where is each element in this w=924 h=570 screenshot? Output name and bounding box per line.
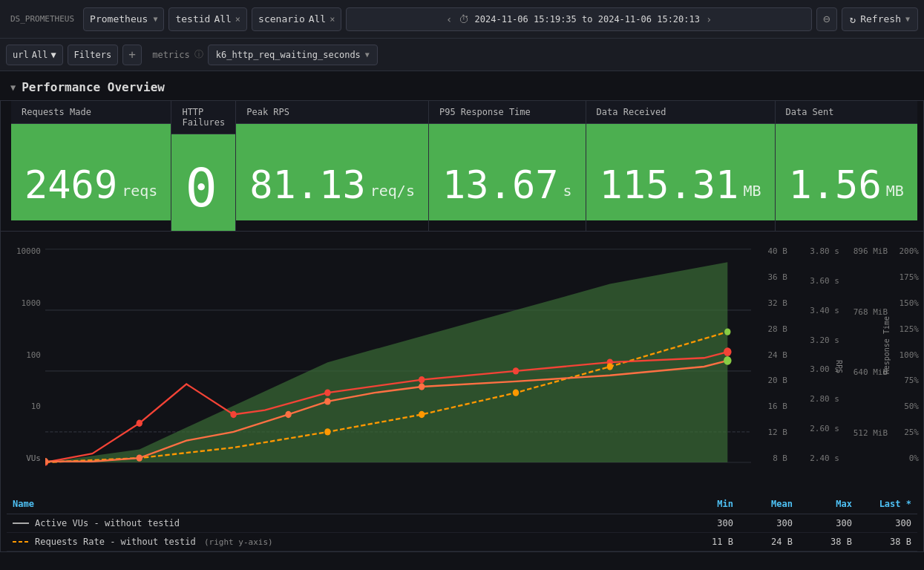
plus-icon: + (128, 48, 136, 62)
requests-made-header: Requests Made (11, 101, 171, 124)
datasource-value: Prometheus (90, 13, 148, 24)
top-toolbar: DS_PROMETHEUS Prometheus ▼ testid All × … (0, 0, 924, 39)
chart-section: 10000 1000 100 10 VUs (0, 232, 924, 552)
datapoint (419, 376, 425, 383)
y-left-title: VUs (26, 453, 41, 463)
vus-max: 300 (799, 518, 858, 528)
vus-min: 300 (680, 518, 739, 528)
data-sent-body: 1.56 MB (776, 124, 917, 220)
y-axis-right3: 896 MiB 768 MiB 640 MiB 512 MiB Response… (844, 240, 892, 493)
requests-made-card: Requests Made 2469 reqs (11, 101, 171, 231)
metrics-info-icon[interactable]: ⓘ (194, 48, 203, 61)
data-received-unit: MB (743, 182, 761, 200)
rps-label: RPS (834, 360, 842, 373)
rps-last: 38 B (858, 537, 917, 547)
y-axis-right4: 200% 175% 150% 125% 100% 75% 50% 25% 0% (892, 240, 923, 493)
datapoint (230, 411, 236, 418)
refresh-caret-icon: ▼ (905, 15, 910, 23)
datapoint (724, 347, 732, 356)
rps-min: 11 B (680, 537, 739, 547)
vus-mean: 300 (739, 518, 799, 528)
vus-indicator (13, 519, 29, 528)
datapoint-orange (419, 383, 425, 390)
data-sent-value: 1.56 (789, 166, 882, 204)
data-received-value: 115.31 (600, 166, 739, 204)
vus-line-indicator (13, 519, 29, 528)
legend-table: Name Min Mean Max Last * Active VUs - wi… (1, 494, 923, 551)
zoom-out-button[interactable]: ⊖ (816, 7, 837, 31)
metrics-dropdown[interactable]: k6_http_req_waiting_seconds ▼ (208, 45, 378, 65)
testid-label: testid (175, 13, 210, 24)
filters-button[interactable]: Filters (68, 45, 119, 65)
refresh-icon: ↻ (850, 13, 856, 25)
section-title: Performance Overview (22, 80, 165, 94)
datapoint (513, 367, 519, 374)
peak-rps-body: 81.13 req/s (236, 124, 428, 220)
peak-rps-card: Peak RPS 81.13 req/s (236, 101, 429, 231)
filter-toolbar: url All ▼ Filters + metrics ⓘ k6_http_re… (0, 39, 924, 71)
y-left-label-3: 1000 (22, 298, 42, 308)
filters-label: Filters (74, 50, 112, 60)
datapoint-orange (324, 398, 330, 404)
legend-col-last: Last * (858, 497, 917, 511)
data-received-card: Data Received 115.31 MB (586, 101, 776, 231)
rps-mean: 24 B (739, 537, 799, 547)
scenario-close-icon[interactable]: × (330, 14, 335, 24)
p95-response-time-card: P95 Response Time 13.67 s (429, 101, 586, 231)
vus-last: 300 (858, 518, 917, 528)
datapoint-rate (513, 389, 519, 396)
vus-series-name: Active VUs - without testid (35, 518, 680, 528)
peak-rps-value: 81.13 (249, 166, 366, 204)
chart-plot-area: 15:19:35 15:19:40 15:19:45 15:19:50 15:1… (45, 240, 751, 493)
datapoint-rate (419, 411, 425, 418)
scenario-value: All (309, 13, 326, 24)
legend-row-rps: Requests Rate - without testid (right y-… (7, 533, 917, 551)
url-label: url (13, 50, 29, 60)
y-left-label-1: 10 (31, 402, 41, 411)
requests-made-unit: reqs (122, 182, 157, 200)
datapoint-orange (285, 411, 291, 418)
peak-rps-header: Peak RPS (236, 101, 428, 124)
section-header: ▼ Performance Overview (0, 71, 924, 100)
http-failures-card: HTTP Failures 0 (171, 101, 236, 231)
url-filter[interactable]: url All ▼ (6, 45, 63, 65)
scenario-pill[interactable]: scenario All × (252, 7, 341, 31)
time-range-value: 2024-11-06 15:19:35 to 2024-11-06 15:20:… (475, 14, 700, 24)
http-failures-body: 0 (171, 134, 235, 231)
chart-svg (45, 240, 751, 493)
add-filter-button[interactable]: + (122, 45, 142, 65)
datapoint-rate (324, 428, 330, 435)
datasource-dropdown[interactable]: Prometheus ▼ (83, 7, 164, 31)
http-failures-value: 0 (185, 161, 217, 214)
datapoint-rate (724, 328, 730, 335)
data-received-header: Data Received (586, 101, 775, 124)
time-prev-icon[interactable]: ‹ (446, 13, 452, 25)
p95-response-time-unit: s (563, 182, 572, 200)
zoom-out-icon: ⊖ (823, 12, 830, 26)
y-left-label-2: 100 (26, 350, 41, 360)
metrics-value: k6_http_req_waiting_seconds (216, 50, 361, 60)
datapoint (324, 389, 330, 396)
testid-close-icon[interactable]: × (235, 14, 240, 24)
testid-value: All (214, 13, 231, 24)
datapoint-orange (724, 356, 732, 365)
testid-pill[interactable]: testid All × (168, 7, 247, 31)
time-range-picker[interactable]: ‹ ⏱ 2024-11-06 15:19:35 to 2024-11-06 15… (346, 7, 812, 31)
y-axis-right2: 3.80 s 3.60 s 3.40 s 3.20 s 3.00 s 2.80 … (792, 240, 844, 493)
time-next-icon[interactable]: › (706, 13, 712, 25)
data-received-body: 115.31 MB (586, 124, 775, 220)
collapse-icon[interactable]: ▼ (10, 82, 16, 93)
datasource-chevron: ▼ (153, 15, 157, 23)
url-value: All (32, 50, 48, 60)
refresh-button[interactable]: ↻ Refresh ▼ (842, 7, 918, 31)
legend-col-max: Max (799, 497, 858, 511)
metrics-chevron-icon: ▼ (365, 50, 370, 59)
rps-note: (right y-axis) (204, 537, 273, 547)
p95-response-time-body: 13.67 s (429, 124, 586, 220)
metrics-label: metrics (152, 50, 190, 60)
scenario-label: scenario (258, 13, 305, 24)
data-sent-header: Data Sent (776, 101, 917, 124)
y-axis-right1: 40 B 36 B 32 B 28 B 24 B 20 B 16 B 12 B … (751, 240, 792, 493)
url-chevron-icon: ▼ (50, 50, 56, 60)
http-failures-header: HTTP Failures (171, 101, 235, 134)
